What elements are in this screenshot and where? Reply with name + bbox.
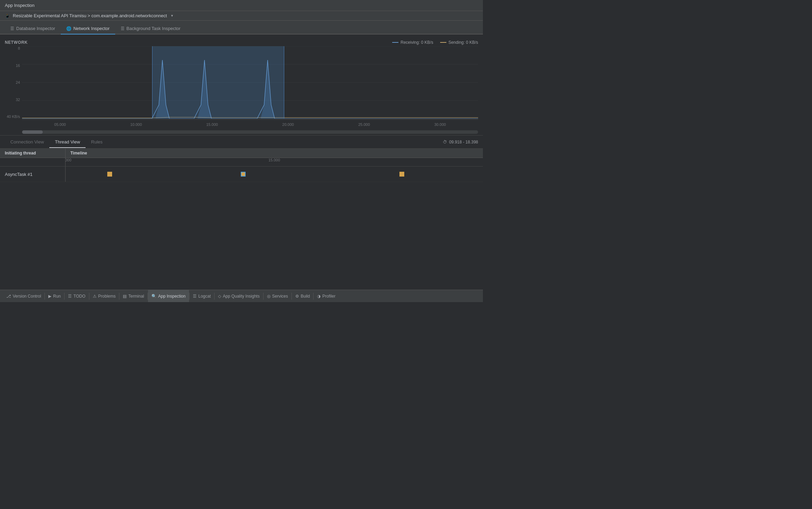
tab-background-label: Background Task Inspector — [127, 26, 181, 31]
app-quality-icon: ◇ — [218, 294, 221, 299]
device-icon: 📱 — [5, 13, 10, 18]
view-tabs: Connection View Thread View Rules ⏱ 09.9… — [0, 136, 483, 149]
network-section: NETWORK Receiving: 0 KB/s Sending: 0 KB/… — [0, 37, 483, 129]
legend-receiving: Receiving: 0 KB/s — [392, 40, 433, 45]
database-icon: ☰ — [10, 26, 14, 31]
timeline-ruler: 10.000 15.000 — [66, 158, 483, 166]
col-spacer — [0, 158, 66, 166]
version-control-label: Version Control — [13, 294, 41, 299]
status-bar: ⎇ Version Control ▶ Run ☰ TODO ⚠ Problem… — [0, 290, 483, 302]
tab-network[interactable]: 🌐 Network Inspector — [61, 23, 115, 34]
y-label-8: 8 — [5, 46, 22, 50]
status-logcat[interactable]: ☰ Logcat — [189, 290, 214, 302]
todo-label: TODO — [73, 294, 85, 299]
y-axis: 40 KB/s 32 24 16 8 — [5, 46, 22, 119]
scrollbar-area[interactable] — [0, 129, 483, 135]
tab-database-label: Database Inspector — [16, 26, 55, 31]
problems-icon: ⚠ — [93, 294, 97, 299]
rules-label: Rules — [91, 139, 102, 144]
network-header: NETWORK Receiving: 0 KB/s Sending: 0 KB/… — [0, 37, 483, 46]
services-icon: ◎ — [267, 294, 270, 299]
selection-overlay — [152, 46, 284, 119]
task-block-1[interactable] — [107, 172, 112, 177]
status-run[interactable]: ▶ Run — [45, 290, 64, 302]
logcat-label: Logcat — [198, 294, 211, 299]
legend-receiving-line — [392, 42, 398, 43]
status-problems[interactable]: ⚠ Problems — [89, 290, 119, 302]
terminal-icon: ▤ — [123, 294, 127, 299]
status-version-control[interactable]: ⎇ Version Control — [3, 290, 44, 302]
ruler-label-15: 15.000 — [268, 158, 280, 162]
x-label-25: 25.000 — [326, 122, 402, 127]
timeline-area[interactable] — [66, 167, 483, 182]
chart-plot-area[interactable] — [22, 46, 478, 119]
build-label: Build — [301, 294, 310, 299]
network-icon: 🌐 — [66, 26, 71, 31]
separator-1 — [0, 34, 483, 37]
scrollbar-track[interactable] — [22, 130, 478, 134]
thread-view-label: Thread View — [55, 139, 80, 144]
col-timeline-header: Timeline — [66, 149, 483, 158]
thread-table-subheader: 10.000 15.000 — [0, 158, 483, 167]
tab-network-label: Network Inspector — [73, 26, 110, 31]
thread-table-header: Initiating thread Timeline — [0, 149, 483, 158]
x-label-20: 20.000 — [250, 122, 326, 127]
task-block-2-selected[interactable] — [241, 172, 246, 177]
problems-label: Problems — [98, 294, 116, 299]
background-icon: ☰ — [121, 26, 125, 31]
x-label-10: 10.000 — [98, 122, 174, 127]
connection-view-label: Connection View — [10, 139, 44, 144]
run-label: Run — [53, 294, 61, 299]
logcat-icon: ☰ — [193, 294, 197, 299]
time-range-text: 09.918 - 18.398 — [449, 140, 478, 144]
app-inspection-icon: 🔍 — [151, 294, 157, 299]
table-row: AsyncTask #1 — [0, 167, 483, 182]
tab-thread-view[interactable]: Thread View — [49, 137, 86, 148]
status-build[interactable]: ⚙ Build — [292, 290, 314, 302]
ruler-label-10: 10.000 — [66, 158, 71, 162]
device-text: Resizable Experimental API Tiramisu > co… — [13, 13, 167, 18]
tab-background[interactable]: ☰ Background Task Inspector — [115, 23, 186, 34]
y-label-24: 24 — [5, 80, 22, 84]
x-label-30: 30.000 — [402, 122, 478, 127]
bottom-panel: Connection View Thread View Rules ⏱ 09.9… — [0, 135, 483, 290]
status-services[interactable]: ◎ Services — [264, 290, 291, 302]
tab-database[interactable]: ☰ Database Inspector — [5, 23, 61, 34]
chart-container[interactable]: 40 KB/s 32 24 16 8 — [5, 46, 478, 129]
build-icon: ⚙ — [295, 294, 299, 299]
todo-icon: ☰ — [68, 294, 72, 299]
status-terminal[interactable]: ▤ Terminal — [119, 290, 147, 302]
status-app-inspection[interactable]: 🔍 App Inspection — [148, 290, 189, 302]
app-inspection-label: App Inspection — [158, 294, 186, 299]
run-icon: ▶ — [48, 294, 51, 299]
task-block-3[interactable] — [399, 172, 404, 177]
clock-icon: ⏱ — [443, 140, 447, 144]
status-app-quality[interactable]: ◇ App Quality Insights — [215, 290, 263, 302]
device-chevron-icon[interactable]: ▾ — [171, 13, 173, 18]
legend-sending-line — [440, 42, 446, 43]
legend-receiving-label: Receiving: 0 KB/s — [400, 40, 433, 45]
title-bar: App Inspection — [0, 0, 483, 11]
legend-sending-label: Sending: 0 KB/s — [448, 40, 478, 45]
time-range: ⏱ 09.918 - 18.398 — [443, 140, 478, 144]
profiler-label: Profiler — [322, 294, 335, 299]
terminal-label: Terminal — [128, 294, 144, 299]
y-label-16: 16 — [5, 63, 22, 68]
title-label: App Inspection — [5, 3, 34, 8]
network-title: NETWORK — [5, 40, 28, 45]
network-legend: Receiving: 0 KB/s Sending: 0 KB/s — [392, 40, 478, 45]
profiler-icon: ◑ — [317, 294, 320, 299]
app-quality-label: App Quality Insights — [223, 294, 260, 299]
y-label-40: 40 KB/s — [5, 114, 22, 119]
device-bar: 📱 Resizable Experimental API Tiramisu > … — [0, 11, 483, 21]
thread-name: AsyncTask #1 — [0, 167, 66, 182]
tab-rules[interactable]: Rules — [86, 137, 108, 148]
status-profiler[interactable]: ◑ Profiler — [314, 290, 339, 302]
col-initiating-header: Initiating thread — [0, 149, 66, 158]
scrollbar-thumb[interactable] — [22, 130, 43, 134]
x-label-15: 15.000 — [174, 122, 250, 127]
x-axis: 05.000 10.000 15.000 20.000 25.000 30.00… — [22, 119, 478, 129]
tab-connection-view[interactable]: Connection View — [5, 137, 49, 148]
status-todo[interactable]: ☰ TODO — [65, 290, 89, 302]
legend-sending: Sending: 0 KB/s — [440, 40, 478, 45]
